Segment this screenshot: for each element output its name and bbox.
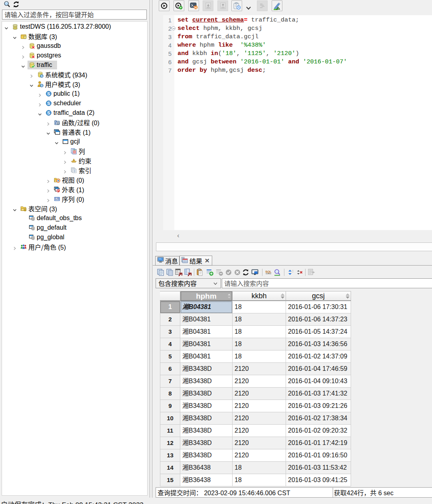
svg-text:SQL: SQL xyxy=(265,270,272,274)
svg-text:H: H xyxy=(194,6,197,10)
svg-text:S: S xyxy=(47,91,50,96)
svg-text:123: 123 xyxy=(55,197,59,200)
svg-text:F: F xyxy=(57,189,59,192)
svg-text:S: S xyxy=(41,84,43,87)
svg-text:S: S xyxy=(47,101,50,106)
svg-text:S: S xyxy=(47,110,50,115)
svg-text:A: A xyxy=(278,7,279,10)
svg-text:S: S xyxy=(41,74,43,78)
